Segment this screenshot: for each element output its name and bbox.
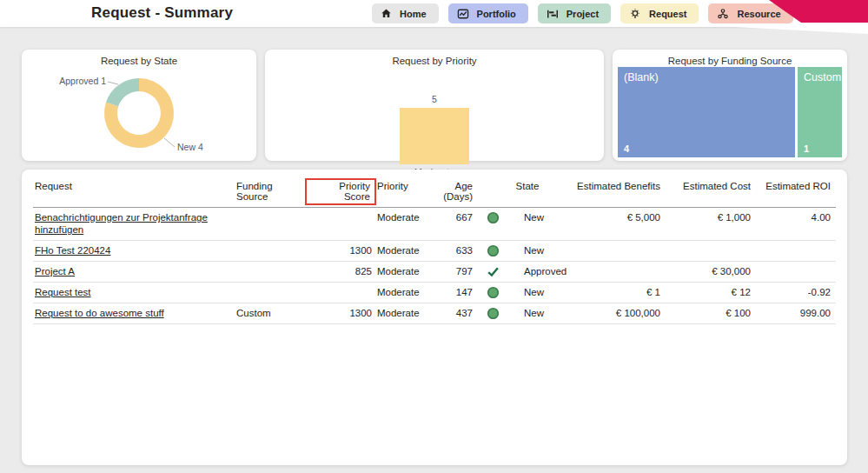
column-header-age-days[interactable]: Age (Days) bbox=[431, 175, 483, 207]
column-header-estimated-cost[interactable]: Estimated Cost bbox=[664, 175, 754, 197]
donut-label-approved: Approved 1 bbox=[59, 76, 106, 86]
corner-ribbon-sliver bbox=[0, 27, 868, 35]
bar-chart-request-by-priority: 5Moderate bbox=[265, 70, 604, 161]
bar-moderate[interactable] bbox=[400, 108, 469, 164]
cell-priority-score: 1300 bbox=[308, 303, 375, 323]
table-row: Benachrichtigungen zur Projektanfrage hi… bbox=[33, 208, 836, 241]
request-link[interactable]: Project A bbox=[35, 266, 75, 276]
nav-button-label: Portfolio bbox=[477, 9, 516, 19]
table-body: Benachrichtigungen zur Projektanfrage hi… bbox=[33, 208, 836, 324]
cell-priority-score bbox=[308, 283, 375, 290]
column-header-funding-source[interactable]: Funding Source bbox=[235, 175, 308, 207]
state-label: Approved bbox=[524, 265, 567, 277]
cell-estimated-cost: € 1,000 bbox=[664, 208, 754, 227]
cell-state: New bbox=[483, 283, 573, 303]
cell-request: Benachrichtigungen zur Projektanfrage hi… bbox=[33, 208, 235, 240]
project-icon bbox=[547, 8, 559, 20]
nav-button-label: Project bbox=[567, 9, 599, 19]
cell-estimated-benefits: € 1 bbox=[573, 283, 664, 302]
cell-estimated-cost: € 30,000 bbox=[664, 262, 754, 281]
column-header-priority-score[interactable]: Priority Score bbox=[308, 175, 375, 207]
cell-funding-source bbox=[235, 241, 308, 248]
table-row: Request testModerate147New€ 1€ 12-0.92 bbox=[33, 283, 836, 303]
home-icon bbox=[381, 8, 392, 19]
cell-age-days: 633 bbox=[431, 241, 483, 260]
cell-estimated-roi bbox=[754, 241, 834, 248]
panel-request-by-funding-source: Request by Funding Source (Blank)4Custom… bbox=[613, 50, 847, 161]
nav-button-request[interactable]: Request bbox=[620, 3, 699, 23]
column-header-estimated-roi[interactable]: Estimated ROI bbox=[754, 175, 834, 197]
request-link[interactable]: FHo Test 220424 bbox=[35, 245, 110, 256]
chart-title-request-by-state: Request by State bbox=[22, 50, 256, 70]
cell-priority-score: 825 bbox=[308, 262, 375, 281]
cell-request: Request to do awesome stuff bbox=[33, 303, 235, 323]
column-header-state[interactable]: State bbox=[483, 175, 573, 197]
cell-estimated-roi bbox=[754, 262, 834, 269]
request-link[interactable]: Benachrichtigungen zur Projektanfrage hi… bbox=[35, 212, 208, 235]
cell-estimated-cost: € 100 bbox=[664, 303, 754, 323]
state-label: New bbox=[524, 307, 544, 319]
cell-priority-score bbox=[308, 208, 375, 215]
cell-funding-source bbox=[235, 262, 308, 269]
nav-button-resource[interactable]: Resource bbox=[708, 3, 792, 23]
new-status-circle-icon bbox=[487, 244, 500, 257]
panel-request-table: RequestFunding SourcePriority ScorePrior… bbox=[22, 170, 847, 465]
cell-estimated-cost: € 12 bbox=[664, 283, 754, 302]
column-header-request[interactable]: Request bbox=[33, 175, 235, 197]
leader-line-approved bbox=[108, 82, 118, 84]
cell-priority: Moderate bbox=[375, 208, 431, 227]
request-icon bbox=[629, 8, 641, 20]
cell-priority: Moderate bbox=[375, 303, 431, 323]
cell-priority: Moderate bbox=[375, 283, 431, 302]
treemap-tile-name: (Blank) bbox=[624, 71, 659, 83]
cell-funding-source bbox=[235, 283, 308, 290]
donut-label-new: New 4 bbox=[177, 142, 203, 152]
table-row: Project A825Moderate797Approved€ 30,000 bbox=[33, 262, 836, 283]
request-link[interactable]: Request to do awesome stuff bbox=[35, 308, 164, 318]
cell-age-days: 667 bbox=[431, 208, 483, 227]
nav-button-label: Home bbox=[400, 9, 427, 19]
cell-age-days: 437 bbox=[431, 303, 483, 323]
nav-button-home[interactable]: Home bbox=[372, 3, 439, 23]
cell-state: Approved bbox=[483, 262, 573, 282]
leader-line-new bbox=[164, 138, 175, 147]
panel-request-by-state: Request by State Approved 1New 4 bbox=[22, 50, 256, 161]
cell-estimated-roi: -0.92 bbox=[754, 283, 834, 302]
nav-button-label: Request bbox=[649, 9, 686, 19]
treemap-request-by-funding-source: (Blank)4Custom1 bbox=[618, 67, 842, 157]
panel-request-by-priority: Request by Priority 5Moderate bbox=[265, 50, 604, 161]
cell-request: FHo Test 220424 bbox=[33, 241, 235, 260]
donut-chart-request-by-state[interactable]: Approved 1New 4 bbox=[22, 70, 256, 161]
new-status-circle-icon bbox=[487, 211, 500, 224]
cell-estimated-roi: 4.00 bbox=[754, 208, 834, 227]
treemap-tile-value: 1 bbox=[804, 143, 809, 154]
cell-priority-score: 1300 bbox=[308, 241, 375, 260]
cell-funding-source: Custom bbox=[235, 303, 308, 323]
cell-estimated-benefits: € 5,000 bbox=[573, 208, 664, 227]
treemap-tile-custom[interactable]: Custom1 bbox=[798, 67, 842, 157]
nav-button-portfolio[interactable]: Portfolio bbox=[448, 3, 528, 23]
cell-request: Request test bbox=[33, 283, 235, 302]
new-status-circle-icon bbox=[487, 286, 500, 299]
nav-button-project[interactable]: Project bbox=[538, 3, 611, 23]
cell-age-days: 147 bbox=[431, 283, 483, 302]
state-label: New bbox=[524, 286, 544, 298]
table-row: FHo Test 2204241300Moderate633New bbox=[33, 241, 836, 262]
column-header-estimated-benefits[interactable]: Estimated Benefits bbox=[573, 175, 664, 197]
cell-estimated-benefits: € 100,000 bbox=[573, 303, 664, 323]
cell-state: New bbox=[483, 208, 573, 228]
cell-estimated-benefits bbox=[573, 241, 664, 248]
cell-estimated-roi: 999.00 bbox=[754, 303, 834, 323]
treemap-tile-blank[interactable]: (Blank)4 bbox=[618, 67, 795, 157]
app-header: Request - Summary HomePortfolioProjectRe… bbox=[0, 0, 868, 27]
state-label: New bbox=[524, 244, 544, 256]
cell-request: Project A bbox=[33, 262, 235, 281]
column-header-priority[interactable]: Priority bbox=[375, 175, 431, 197]
resource-icon bbox=[717, 8, 729, 20]
table-row: Request to do awesome stuffCustom1300Mod… bbox=[33, 303, 836, 324]
page-title: Request - Summary bbox=[91, 4, 233, 22]
nav-bar: HomePortfolioProjectRequestResource bbox=[372, 3, 793, 23]
state-label: New bbox=[524, 211, 544, 223]
highlight-box-priority-score: Priority Score bbox=[305, 178, 376, 205]
request-link[interactable]: Request test bbox=[35, 287, 91, 297]
